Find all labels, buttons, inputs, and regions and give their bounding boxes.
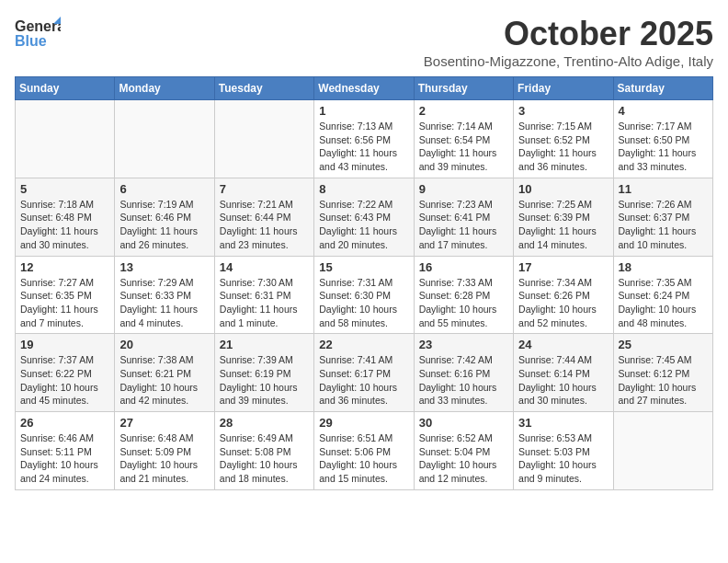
day-number: 5	[20, 182, 109, 196]
day-info: Sunrise: 7:45 AM Sunset: 6:12 PM Dayligh…	[619, 353, 708, 408]
calendar-week-row: 26Sunrise: 6:46 AM Sunset: 5:11 PM Dayli…	[16, 412, 713, 490]
calendar-cell: 13Sunrise: 7:29 AM Sunset: 6:33 PM Dayli…	[115, 256, 214, 334]
logo: General Blue	[15, 15, 61, 53]
day-info: Sunrise: 6:52 AM Sunset: 5:04 PM Dayligh…	[419, 431, 508, 486]
logo-icon: General Blue	[15, 15, 61, 53]
day-info: Sunrise: 7:22 AM Sunset: 6:43 PM Dayligh…	[319, 198, 408, 252]
day-number: 26	[20, 416, 109, 430]
day-number: 2	[419, 104, 508, 118]
day-number: 4	[619, 104, 708, 118]
day-number: 24	[518, 338, 608, 351]
calendar-cell: 7Sunrise: 7:21 AM Sunset: 6:44 PM Daylig…	[214, 178, 313, 256]
calendar-cell: 28Sunrise: 6:49 AM Sunset: 5:08 PM Dayli…	[214, 412, 313, 490]
day-number: 10	[518, 182, 608, 196]
day-info: Sunrise: 7:30 AM Sunset: 6:31 PM Dayligh…	[220, 276, 309, 330]
page-header: General Blue October 2025 Bosentino-Miga…	[15, 15, 713, 69]
day-info: Sunrise: 7:42 AM Sunset: 6:16 PM Dayligh…	[419, 353, 508, 408]
day-info: Sunrise: 7:13 AM Sunset: 6:56 PM Dayligh…	[319, 120, 408, 174]
day-number: 16	[419, 260, 508, 274]
day-info: Sunrise: 7:14 AM Sunset: 6:54 PM Dayligh…	[419, 120, 508, 174]
calendar-cell: 14Sunrise: 7:30 AM Sunset: 6:31 PM Dayli…	[214, 256, 313, 334]
calendar-week-row: 1Sunrise: 7:13 AM Sunset: 6:56 PM Daylig…	[16, 100, 713, 178]
calendar-cell: 27Sunrise: 6:48 AM Sunset: 5:09 PM Dayli…	[115, 412, 214, 490]
day-info: Sunrise: 7:19 AM Sunset: 6:46 PM Dayligh…	[119, 198, 209, 252]
day-number: 22	[319, 338, 408, 351]
day-info: Sunrise: 6:49 AM Sunset: 5:08 PM Dayligh…	[220, 431, 309, 486]
day-number: 21	[220, 338, 309, 351]
day-of-week-header: Thursday	[414, 77, 513, 100]
day-info: Sunrise: 6:48 AM Sunset: 5:09 PM Dayligh…	[119, 431, 209, 486]
day-number: 31	[518, 416, 608, 430]
calendar-cell: 12Sunrise: 7:27 AM Sunset: 6:35 PM Dayli…	[16, 256, 115, 334]
calendar-cell: 6Sunrise: 7:19 AM Sunset: 6:46 PM Daylig…	[115, 178, 214, 256]
day-number: 15	[319, 260, 408, 274]
calendar-cell	[613, 412, 712, 490]
calendar-cell	[115, 100, 214, 178]
day-of-week-header: Wednesday	[314, 77, 414, 100]
calendar-cell: 25Sunrise: 7:45 AM Sunset: 6:12 PM Dayli…	[613, 334, 712, 412]
day-info: Sunrise: 7:41 AM Sunset: 6:17 PM Dayligh…	[319, 353, 408, 408]
day-number: 17	[518, 260, 608, 274]
day-number: 3	[518, 104, 608, 118]
day-of-week-header: Monday	[115, 77, 214, 100]
day-header-row: SundayMondayTuesdayWednesdayThursdayFrid…	[16, 77, 713, 100]
calendar-cell: 29Sunrise: 6:51 AM Sunset: 5:06 PM Dayli…	[314, 412, 414, 490]
day-info: Sunrise: 7:44 AM Sunset: 6:14 PM Dayligh…	[518, 353, 608, 408]
day-number: 23	[419, 338, 508, 351]
day-number: 27	[119, 416, 209, 430]
day-number: 18	[619, 260, 708, 274]
day-of-week-header: Sunday	[16, 77, 115, 100]
day-info: Sunrise: 7:33 AM Sunset: 6:28 PM Dayligh…	[419, 276, 508, 330]
calendar-table: SundayMondayTuesdayWednesdayThursdayFrid…	[15, 76, 713, 490]
calendar-cell: 3Sunrise: 7:15 AM Sunset: 6:52 PM Daylig…	[514, 100, 613, 178]
day-info: Sunrise: 7:21 AM Sunset: 6:44 PM Dayligh…	[220, 198, 309, 252]
day-of-week-header: Friday	[514, 77, 613, 100]
calendar-cell: 19Sunrise: 7:37 AM Sunset: 6:22 PM Dayli…	[16, 334, 115, 412]
calendar-cell: 11Sunrise: 7:26 AM Sunset: 6:37 PM Dayli…	[613, 178, 712, 256]
calendar-cell: 24Sunrise: 7:44 AM Sunset: 6:14 PM Dayli…	[514, 334, 613, 412]
day-info: Sunrise: 7:17 AM Sunset: 6:50 PM Dayligh…	[619, 120, 708, 174]
day-of-week-header: Tuesday	[214, 77, 313, 100]
calendar-cell: 5Sunrise: 7:18 AM Sunset: 6:48 PM Daylig…	[16, 178, 115, 256]
day-number: 28	[220, 416, 309, 430]
calendar-cell: 17Sunrise: 7:34 AM Sunset: 6:26 PM Dayli…	[514, 256, 613, 334]
calendar-cell: 1Sunrise: 7:13 AM Sunset: 6:56 PM Daylig…	[314, 100, 414, 178]
day-info: Sunrise: 7:37 AM Sunset: 6:22 PM Dayligh…	[20, 353, 109, 408]
day-info: Sunrise: 7:25 AM Sunset: 6:39 PM Dayligh…	[518, 198, 608, 252]
calendar-cell: 8Sunrise: 7:22 AM Sunset: 6:43 PM Daylig…	[314, 178, 414, 256]
day-number: 14	[220, 260, 309, 274]
calendar-cell: 10Sunrise: 7:25 AM Sunset: 6:39 PM Dayli…	[514, 178, 613, 256]
calendar-cell	[16, 100, 115, 178]
calendar-cell: 21Sunrise: 7:39 AM Sunset: 6:19 PM Dayli…	[214, 334, 313, 412]
day-info: Sunrise: 7:18 AM Sunset: 6:48 PM Dayligh…	[20, 198, 109, 252]
day-info: Sunrise: 7:38 AM Sunset: 6:21 PM Dayligh…	[119, 353, 209, 408]
day-info: Sunrise: 7:23 AM Sunset: 6:41 PM Dayligh…	[419, 198, 508, 252]
day-info: Sunrise: 7:29 AM Sunset: 6:33 PM Dayligh…	[119, 276, 209, 330]
calendar-cell: 30Sunrise: 6:52 AM Sunset: 5:04 PM Dayli…	[414, 412, 513, 490]
calendar-cell: 15Sunrise: 7:31 AM Sunset: 6:30 PM Dayli…	[314, 256, 414, 334]
day-number: 25	[619, 338, 708, 351]
calendar-week-row: 12Sunrise: 7:27 AM Sunset: 6:35 PM Dayli…	[16, 256, 713, 334]
svg-text:Blue: Blue	[15, 33, 47, 49]
calendar-cell: 23Sunrise: 7:42 AM Sunset: 6:16 PM Dayli…	[414, 334, 513, 412]
day-number: 8	[319, 182, 408, 196]
location: Bosentino-Migazzone, Trentino-Alto Adige…	[424, 53, 713, 69]
day-number: 9	[419, 182, 508, 196]
month-title: October 2025	[424, 15, 713, 53]
day-number: 7	[220, 182, 309, 196]
day-of-week-header: Saturday	[613, 77, 712, 100]
title-block: October 2025 Bosentino-Migazzone, Trenti…	[424, 15, 713, 69]
calendar-week-row: 19Sunrise: 7:37 AM Sunset: 6:22 PM Dayli…	[16, 334, 713, 412]
day-number: 12	[20, 260, 109, 274]
day-info: Sunrise: 7:26 AM Sunset: 6:37 PM Dayligh…	[619, 198, 708, 252]
day-number: 20	[119, 338, 209, 351]
day-number: 11	[619, 182, 708, 196]
day-info: Sunrise: 7:39 AM Sunset: 6:19 PM Dayligh…	[220, 353, 309, 408]
calendar-cell	[214, 100, 313, 178]
calendar-cell: 22Sunrise: 7:41 AM Sunset: 6:17 PM Dayli…	[314, 334, 414, 412]
calendar-cell: 4Sunrise: 7:17 AM Sunset: 6:50 PM Daylig…	[613, 100, 712, 178]
day-info: Sunrise: 7:35 AM Sunset: 6:24 PM Dayligh…	[619, 276, 708, 330]
day-number: 29	[319, 416, 408, 430]
calendar-cell: 26Sunrise: 6:46 AM Sunset: 5:11 PM Dayli…	[16, 412, 115, 490]
calendar-cell: 16Sunrise: 7:33 AM Sunset: 6:28 PM Dayli…	[414, 256, 513, 334]
